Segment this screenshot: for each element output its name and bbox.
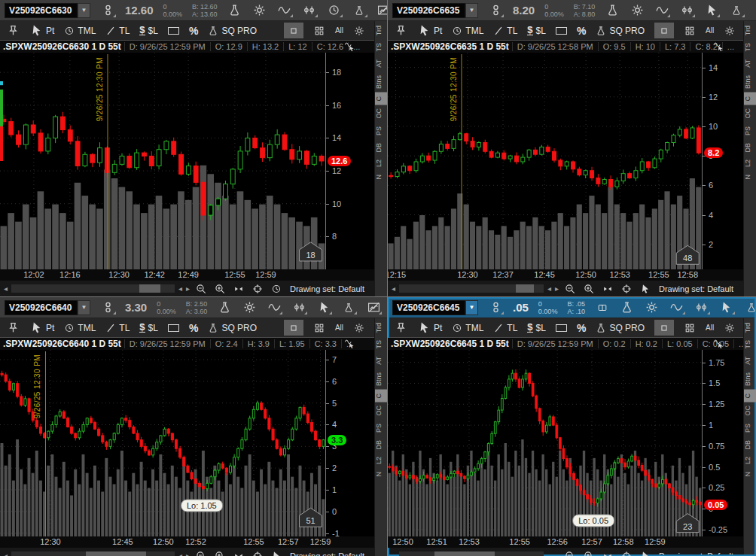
price-level-tool-button[interactable]: $$L bbox=[139, 26, 158, 36]
scroll-left-icon[interactable]: ◂ bbox=[4, 551, 8, 556]
scrollbar[interactable] bbox=[399, 551, 544, 556]
rectangle-tool-button[interactable] bbox=[168, 27, 179, 35]
compare-icon[interactable] bbox=[291, 299, 306, 316]
scrollbar-thumb[interactable] bbox=[434, 551, 495, 556]
quick-tab-n[interactable]: N bbox=[744, 468, 756, 481]
quick-tab-oc[interactable]: OC bbox=[375, 105, 387, 123]
crosshair-icon[interactable] bbox=[250, 281, 265, 297]
scrollbar[interactable] bbox=[11, 551, 175, 556]
single-layout-button[interactable] bbox=[284, 23, 303, 38]
scrollbar[interactable] bbox=[11, 284, 175, 293]
chart-plot[interactable]: 18 9/26/25 12:30 PM bbox=[0, 53, 325, 269]
quick-tab-at[interactable]: AT bbox=[375, 56, 387, 71]
quick-tab-at[interactable]: AT bbox=[375, 353, 387, 369]
quick-tab-trd[interactable]: Trd bbox=[375, 22, 387, 39]
status-pointer-icon[interactable] bbox=[269, 281, 284, 297]
quick-tab-trd[interactable]: Trd bbox=[744, 22, 756, 39]
strategies-flask-icon[interactable] bbox=[744, 299, 756, 316]
step-right-icon[interactable]: ▸ bbox=[555, 551, 559, 556]
status-pointer-icon[interactable] bbox=[638, 281, 653, 297]
pin-icon[interactable] bbox=[393, 23, 408, 39]
fit-width-icon[interactable] bbox=[600, 548, 615, 556]
sync-cursor-icon[interactable] bbox=[713, 41, 724, 53]
pin-icon[interactable] bbox=[5, 320, 20, 336]
grid-layout-icon[interactable] bbox=[682, 23, 697, 39]
strategies-flask-icon[interactable] bbox=[352, 2, 367, 19]
percent-tool-button[interactable]: % bbox=[577, 322, 586, 334]
time-axis[interactable]: 12:3012:4512:5012:5212:5512:5712:59 bbox=[0, 536, 374, 548]
studies-icon[interactable] bbox=[669, 299, 684, 316]
quick-tab-ps[interactable]: PS bbox=[744, 420, 756, 436]
quick-tab-btns[interactable]: Btns bbox=[375, 71, 387, 93]
quick-tab-ps[interactable]: PS bbox=[375, 123, 387, 139]
quick-tab-l2[interactable]: L2 bbox=[744, 453, 756, 468]
settings-gear-icon[interactable] bbox=[645, 299, 660, 316]
drawing-set-label[interactable]: Drawing set: Default bbox=[659, 284, 739, 293]
settings-gear-icon[interactable] bbox=[252, 2, 267, 19]
quick-tab-ps[interactable]: PS bbox=[744, 123, 756, 139]
step-left-icon[interactable]: ◂ bbox=[547, 551, 551, 556]
quick-tab-btns[interactable]: Btns bbox=[744, 71, 756, 93]
status-pointer-icon[interactable] bbox=[269, 548, 284, 556]
rectangle-tool-button[interactable] bbox=[556, 27, 567, 35]
studies-icon[interactable] bbox=[277, 2, 292, 19]
scrollbar-thumb[interactable] bbox=[86, 551, 146, 556]
symbol-dropdown-button[interactable]: ▼ bbox=[78, 300, 90, 315]
quick-tab-ps[interactable]: PS bbox=[375, 420, 387, 436]
grid-layout-icon[interactable] bbox=[312, 320, 327, 336]
trendline-tool-button[interactable]: TL bbox=[105, 323, 130, 333]
trendline-tool-button[interactable]: TL bbox=[105, 26, 130, 36]
crosshair-icon[interactable] bbox=[619, 281, 634, 297]
percent-tool-button[interactable]: % bbox=[577, 25, 586, 37]
price-axis[interactable]: 8.2 1412108642 bbox=[702, 53, 743, 269]
quick-tab-oc[interactable]: OC bbox=[744, 402, 756, 420]
pointer-mode-icon[interactable] bbox=[327, 2, 342, 19]
quick-tab-n[interactable]: N bbox=[375, 171, 387, 184]
analyze-flask-icon[interactable] bbox=[217, 299, 232, 316]
price-level-tool-button[interactable]: $$L bbox=[527, 26, 546, 36]
trendline-tool-button[interactable]: TL bbox=[493, 323, 517, 333]
fit-width-icon[interactable] bbox=[231, 281, 246, 297]
step-right-icon[interactable]: ▸ bbox=[186, 551, 190, 556]
layout-gear-icon[interactable] bbox=[352, 320, 367, 336]
all-button[interactable]: All bbox=[335, 324, 343, 332]
crosshair-icon[interactable] bbox=[619, 548, 634, 556]
drawing-set-label[interactable]: Drawing set: Default bbox=[659, 551, 739, 556]
step-left-icon[interactable]: ◂ bbox=[178, 551, 182, 556]
settings-gear-icon[interactable] bbox=[242, 299, 257, 316]
quick-tab-db[interactable]: DB bbox=[375, 139, 387, 156]
quick-tab-n[interactable]: N bbox=[744, 171, 756, 184]
zoom-in-icon[interactable] bbox=[212, 281, 227, 297]
time-axis[interactable]: 12:5012:5112:5312:5512:5612:5712:5812:59 bbox=[388, 536, 743, 548]
symbol-input[interactable]: V250926C6630 bbox=[5, 3, 78, 18]
quick-tab-db[interactable]: DB bbox=[375, 436, 387, 454]
chart-plot[interactable]: 51 9/26/25 12:30 PM Lo: 1.05 bbox=[0, 350, 325, 536]
sync-cursor-icon[interactable] bbox=[344, 41, 355, 53]
symbol-input[interactable]: V250926C6635 bbox=[392, 3, 465, 18]
chart-plot[interactable]: 23 Lo: 0.05 bbox=[388, 350, 702, 536]
all-button[interactable]: All bbox=[706, 324, 714, 332]
sq-pro-button[interactable]: SQ PRO bbox=[208, 323, 257, 333]
chart-link-icon[interactable] bbox=[488, 2, 503, 19]
strategies-flask-icon[interactable] bbox=[729, 2, 744, 19]
compare-icon[interactable] bbox=[302, 2, 317, 19]
price-level-tool-button[interactable]: $$L bbox=[139, 323, 158, 333]
studies-icon[interactable] bbox=[267, 299, 282, 316]
step-left-icon[interactable]: ◂ bbox=[547, 284, 551, 293]
quick-tab-oc[interactable]: OC bbox=[744, 105, 756, 123]
quick-tab-db[interactable]: DB bbox=[744, 139, 756, 156]
pointer-mode-icon[interactable] bbox=[316, 299, 331, 316]
quick-tab-l2[interactable]: L2 bbox=[744, 156, 756, 171]
rectangle-tool-button[interactable] bbox=[168, 324, 179, 332]
pointer-tool-button[interactable]: Pt bbox=[418, 24, 442, 37]
settings-gear-icon[interactable] bbox=[629, 2, 645, 19]
symbol-dropdown-button[interactable]: ▼ bbox=[465, 3, 478, 18]
fit-width-icon[interactable] bbox=[600, 281, 615, 297]
quick-tab-db[interactable]: DB bbox=[744, 436, 756, 454]
step-right-icon[interactable]: ▸ bbox=[555, 284, 559, 293]
quick-tab-l2[interactable]: L2 bbox=[375, 156, 387, 171]
quick-tab-c[interactable]: C bbox=[744, 93, 756, 105]
zoom-in-icon[interactable] bbox=[581, 548, 596, 556]
zoom-in-icon[interactable] bbox=[212, 548, 227, 556]
percent-tool-button[interactable]: % bbox=[189, 25, 198, 37]
